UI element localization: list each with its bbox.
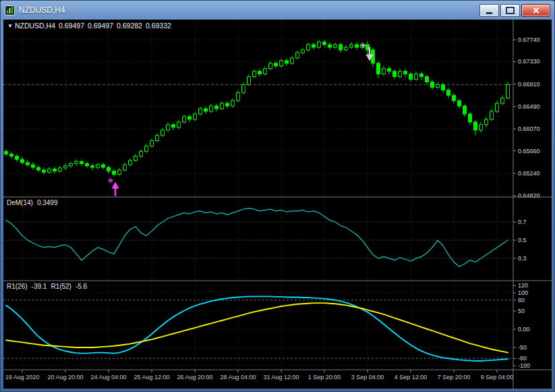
dem-indicator-label: DeM(14)0.3499 bbox=[7, 199, 62, 206]
svg-text:20 Aug 20:00: 20 Aug 20:00 bbox=[47, 374, 83, 381]
r1-fast-name: R1(26) bbox=[7, 283, 28, 290]
svg-text:100: 100 bbox=[518, 289, 528, 296]
svg-text:-50: -50 bbox=[518, 344, 527, 351]
svg-text:0.65240: 0.65240 bbox=[518, 170, 540, 177]
ohlc-readout[interactable]: ▼NZDUSD,H40.694970.694970.692820.69332 bbox=[7, 22, 175, 30]
svg-text:50: 50 bbox=[518, 308, 525, 314]
svg-text:0.67740: 0.67740 bbox=[518, 36, 540, 43]
svg-text:24 Aug 04:00: 24 Aug 04:00 bbox=[90, 374, 126, 381]
minimize-button[interactable] bbox=[479, 4, 499, 17]
svg-text:0.65660: 0.65660 bbox=[518, 148, 540, 155]
maximize-icon bbox=[506, 7, 515, 14]
dem-value: 0.3499 bbox=[37, 199, 58, 206]
svg-text:4 Sep 12:00: 4 Sep 12:00 bbox=[395, 374, 428, 381]
svg-text:0.66490: 0.66490 bbox=[518, 103, 540, 110]
symbol-period-label: NZDUSD,H4 bbox=[15, 22, 55, 30]
chart-area[interactable]: 19 Aug 202020 Aug 20:0024 Aug 04:0025 Au… bbox=[3, 20, 552, 389]
svg-text:0.66910: 0.66910 bbox=[518, 81, 540, 88]
svg-text:0.5: 0.5 bbox=[518, 237, 527, 244]
svg-text:28 Aug 04:00: 28 Aug 04:00 bbox=[220, 374, 256, 381]
svg-text:19 Aug 2020: 19 Aug 2020 bbox=[5, 374, 40, 381]
close-value: 0.69332 bbox=[146, 22, 171, 30]
r1-slow-value: -5.6 bbox=[76, 283, 87, 290]
svg-text:7 Sep 20:00: 7 Sep 20:00 bbox=[438, 374, 471, 381]
svg-text:0.67330: 0.67330 bbox=[518, 58, 540, 65]
svg-text:25 Aug 12:00: 25 Aug 12:00 bbox=[134, 374, 169, 381]
svg-text:120: 120 bbox=[518, 282, 528, 289]
close-icon bbox=[532, 7, 539, 14]
price-chart-canvas[interactable]: 19 Aug 202020 Aug 20:0024 Aug 04:0025 Au… bbox=[3, 20, 553, 390]
r1-fast-value: -39.1 bbox=[32, 283, 47, 290]
svg-text:31 Aug 12:00: 31 Aug 12:00 bbox=[263, 374, 299, 381]
open-value: 0.69497 bbox=[59, 22, 84, 30]
svg-text:0.7: 0.7 bbox=[518, 219, 527, 225]
high-value: 0.69497 bbox=[88, 22, 113, 30]
window-controls bbox=[479, 4, 550, 17]
window-title: NZDUSD,H4 bbox=[19, 5, 65, 15]
chart-window-icon bbox=[5, 5, 15, 16]
minimize-icon bbox=[486, 12, 492, 14]
svg-text:-80: -80 bbox=[518, 355, 527, 362]
maximize-button[interactable] bbox=[500, 4, 520, 17]
svg-text:0.66070: 0.66070 bbox=[518, 125, 540, 132]
svg-text:9 Sep 04:00: 9 Sep 04:00 bbox=[481, 374, 514, 381]
svg-text:26 Aug 20:00: 26 Aug 20:00 bbox=[177, 374, 212, 381]
r1-slow-name: R1(52) bbox=[51, 283, 71, 290]
application-window: NZDUSD,H4 19 Aug 202020 Aug 20:0024 Aug … bbox=[0, 0, 555, 392]
close-button[interactable] bbox=[521, 4, 550, 17]
title-bar[interactable]: NZDUSD,H4 bbox=[1, 1, 554, 20]
svg-text:0.64820: 0.64820 bbox=[518, 192, 540, 199]
svg-text:-100: -100 bbox=[518, 362, 530, 369]
dem-name: DeM(14) bbox=[7, 199, 33, 206]
symbol-collapse-icon[interactable]: ▼ bbox=[7, 23, 13, 29]
svg-text:0.3: 0.3 bbox=[518, 255, 527, 262]
low-value: 0.69282 bbox=[117, 22, 142, 30]
r1-indicator-label: R1(26)-39.1R1(52)-5.6 bbox=[7, 283, 91, 290]
svg-text:0.00: 0.00 bbox=[518, 326, 530, 333]
svg-text:3 Sep 04:00: 3 Sep 04:00 bbox=[351, 374, 384, 381]
svg-text:80: 80 bbox=[518, 297, 525, 304]
svg-text:1 Sep 20:00: 1 Sep 20:00 bbox=[308, 374, 341, 381]
